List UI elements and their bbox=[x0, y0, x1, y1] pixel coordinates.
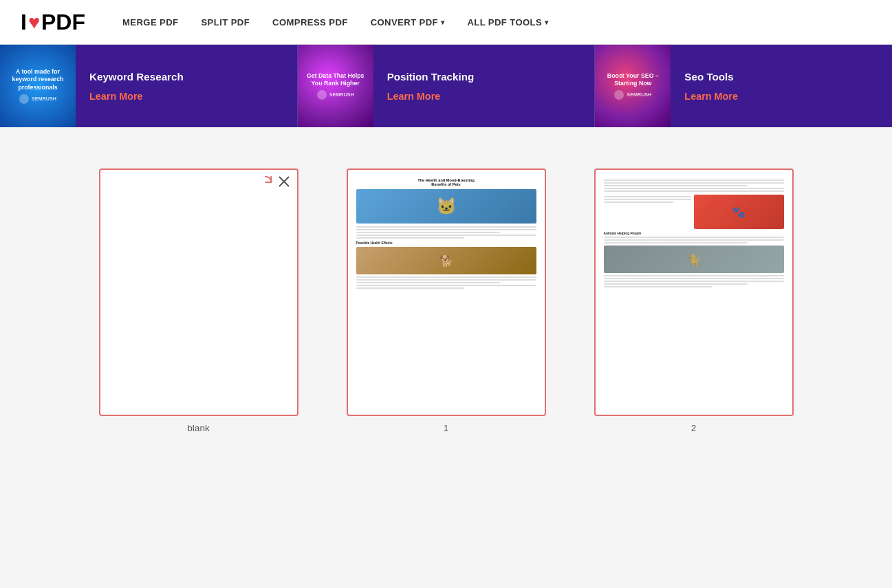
page-card-2: 🐾 Animals Helping People 🐈 bbox=[594, 168, 794, 416]
semrush-logo-2: SEMRUSH bbox=[303, 90, 368, 100]
logo-heart: ♥ bbox=[28, 11, 40, 34]
ad-img-text-3: Boost Your SEO – Starting Now SEMRUSH bbox=[595, 67, 671, 106]
ad-learn-3[interactable]: Learn More bbox=[684, 91, 878, 102]
page-2-text-block-3 bbox=[604, 237, 784, 243]
page-2-text-block-4 bbox=[604, 275, 784, 287]
page-card-blank: + + bbox=[99, 168, 298, 416]
ad-slot-2[interactable]: Get Data That Helps You Rank Higher SEMR… bbox=[298, 45, 596, 127]
page-label-blank: blank bbox=[187, 423, 210, 433]
page-content-2: 🐾 Animals Helping People 🐈 bbox=[596, 170, 792, 415]
ad-banner: A tool made for keyword research profess… bbox=[0, 45, 892, 127]
ad-image-3: Boost Your SEO – Starting Now SEMRUSH bbox=[595, 45, 671, 127]
svg-point-0 bbox=[19, 94, 29, 104]
page-2-subheading: Animals Helping People bbox=[604, 232, 784, 235]
svg-point-2 bbox=[614, 90, 624, 100]
page-card-wrapper-blank: + + blank bbox=[99, 168, 298, 433]
page-label-1: 1 bbox=[444, 423, 449, 433]
header: I ♥ PDF MERGE PDF SPLIT PDF COMPRESS PDF… bbox=[0, 0, 892, 45]
convert-arrow-icon: ▾ bbox=[441, 18, 444, 26]
svg-point-1 bbox=[317, 90, 327, 100]
page-card-wrapper-2: 🐾 Animals Helping People 🐈 2 bbox=[594, 168, 794, 433]
ad-text-2: Position Tracking Learn More bbox=[373, 63, 595, 109]
semrush-logo-3: SEMRUSH bbox=[600, 90, 665, 100]
nav-all-tools[interactable]: ALL PDF TOOLS ▾ bbox=[457, 12, 558, 33]
page-content-1: The Health and Mood-BoostingBenefits of … bbox=[348, 170, 545, 415]
ad-text-1: Keyword Research Learn More bbox=[76, 63, 297, 109]
page-2-text-block-2 bbox=[604, 196, 691, 203]
page-1-cat-image: 🐱 bbox=[356, 189, 536, 224]
page-1-dog-image: 🐕 bbox=[356, 247, 536, 274]
page-card-1: The Health and Mood-BoostingBenefits of … bbox=[347, 168, 546, 416]
logo-prefix: I bbox=[21, 10, 27, 35]
ad-text-3: Seo Tools Learn More bbox=[671, 63, 892, 109]
close-button[interactable] bbox=[278, 175, 290, 191]
nav-compress-pdf[interactable]: COMPRESS PDF bbox=[263, 12, 358, 33]
page-1-text-block-1 bbox=[356, 226, 536, 239]
logo[interactable]: I ♥ PDF bbox=[21, 10, 85, 35]
ad-title-3: Seo Tools bbox=[684, 70, 878, 84]
ad-learn-1[interactable]: Learn More bbox=[89, 91, 283, 102]
nav-split-pdf[interactable]: SPLIT PDF bbox=[191, 12, 259, 33]
main-nav: MERGE PDF SPLIT PDF COMPRESS PDF CONVERT… bbox=[113, 12, 558, 33]
ad-slot-3[interactable]: Boost Your SEO – Starting Now SEMRUSH Se… bbox=[595, 45, 892, 127]
page-label-2: 2 bbox=[691, 423, 697, 433]
ad-slot-1[interactable]: A tool made for keyword research profess… bbox=[0, 45, 298, 127]
nav-merge-pdf[interactable]: MERGE PDF bbox=[113, 12, 188, 33]
ad-img-text-1: A tool made for keyword research profess… bbox=[0, 63, 76, 109]
semrush-logo-1: SEMRUSH bbox=[6, 94, 70, 104]
page-1-subheading: Possible Health Effects bbox=[356, 241, 536, 245]
ad-learn-2[interactable]: Learn More bbox=[387, 91, 581, 102]
all-tools-arrow-icon: ▾ bbox=[545, 18, 548, 26]
page-1-text-block-2 bbox=[356, 276, 536, 289]
page-2-text-block-1 bbox=[604, 179, 784, 192]
ad-image-2: Get Data That Helps You Rank Higher SEMR… bbox=[298, 45, 373, 127]
rotate-button[interactable] bbox=[259, 175, 272, 192]
main-content: + + blank The Health and Mood-Boo bbox=[0, 127, 892, 461]
page-1-title: The Health and Mood-BoostingBenefits of … bbox=[356, 178, 536, 186]
page-2-cat2-image: 🐈 bbox=[604, 246, 784, 273]
ad-title-1: Keyword Research bbox=[89, 70, 283, 84]
page-2-animal-image: 🐾 bbox=[694, 195, 784, 229]
page-card-wrapper-1: The Health and Mood-BoostingBenefits of … bbox=[347, 168, 546, 433]
ad-image-1: A tool made for keyword research profess… bbox=[0, 45, 76, 127]
ad-img-text-2: Get Data That Helps You Rank Higher SEMR… bbox=[298, 67, 373, 106]
ad-title-2: Position Tracking bbox=[387, 70, 581, 84]
logo-suffix: PDF bbox=[41, 10, 85, 35]
nav-convert-pdf[interactable]: CONVERT PDF ▾ bbox=[361, 12, 455, 33]
